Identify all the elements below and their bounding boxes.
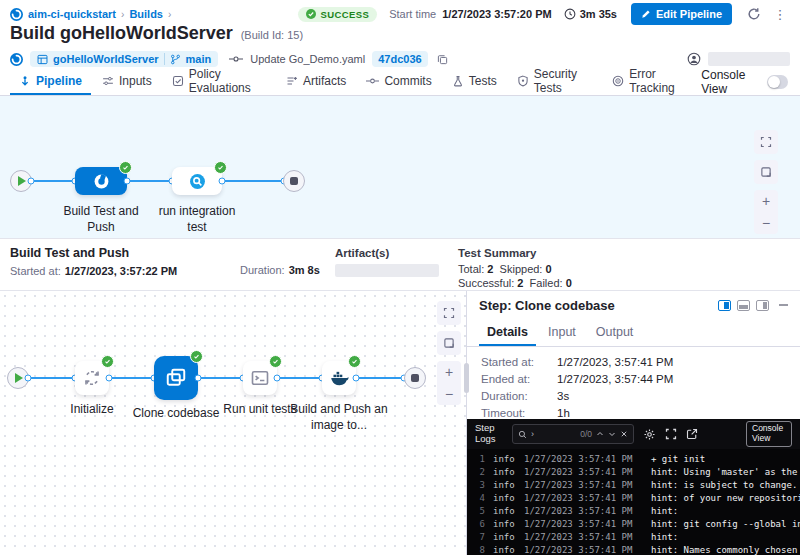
breadcrumb-separator: › [168, 9, 171, 20]
repo-branch-chip[interactable]: goHelloWorldServer main [30, 51, 218, 67]
step-label[interactable]: Initialize [52, 401, 132, 417]
field-value: 1h [543, 407, 570, 419]
panel-resize-handle[interactable] [464, 363, 469, 393]
stage-node-build-test-and-push[interactable] [75, 167, 127, 195]
tab-security-tests[interactable]: Security Tests [508, 69, 601, 95]
step-label[interactable]: Build and Push an image to... [289, 401, 389, 433]
duration-value: 3m 8s [289, 264, 320, 276]
field-value: 3s [543, 390, 569, 402]
log-line: 1info1/27/2023 3:57:41 PM+ git init [473, 453, 800, 466]
search-next-icon[interactable] [608, 430, 616, 438]
repository-icon [37, 54, 48, 65]
fit-to-screen-button[interactable] [754, 160, 778, 184]
stage-label[interactable]: Build Test and Push [56, 203, 146, 235]
artifacts-label: Artifact(s) [335, 247, 458, 259]
console-view-toggle[interactable] [767, 75, 788, 89]
search-clear-icon[interactable] [620, 430, 628, 438]
tab-pipeline[interactable]: Pipeline [10, 69, 91, 95]
log-search-input[interactable] [538, 429, 576, 439]
target-icon [612, 75, 624, 87]
build-tabbar: Pipeline Inputs Policy Evaluations Artif… [0, 69, 800, 96]
console-view-label: Console View [701, 68, 761, 96]
successful-value: 2 [517, 277, 523, 289]
console-view-button[interactable]: Console View [746, 421, 792, 447]
success-check-icon [190, 350, 203, 363]
elapsed-value: 3m 35s [580, 8, 617, 20]
pipeline-end-node [404, 367, 426, 389]
search-icon [518, 430, 527, 439]
zoom-out-button[interactable]: − [754, 212, 778, 234]
fullscreen-button[interactable] [754, 130, 778, 154]
fit-to-screen-button[interactable] [437, 331, 461, 355]
commit-icon [366, 76, 379, 86]
layout-split-right-icon[interactable] [718, 300, 731, 311]
log-line: 8info1/27/2023 3:57:41 PMhint: Names com… [473, 544, 800, 555]
harness-logo-icon [10, 8, 23, 21]
tab-input[interactable]: Input [540, 319, 584, 346]
success-check-icon [269, 355, 282, 368]
tab-artifacts[interactable]: Artifacts [277, 69, 355, 95]
docker-icon [328, 367, 350, 389]
repo-name: goHelloWorldServer [53, 53, 159, 65]
log-search-box[interactable]: › 0/0 [512, 424, 634, 444]
page: aim-ci-quickstart › Builds › SUCCESS Sta… [0, 0, 800, 555]
tab-commits[interactable]: Commits [357, 69, 440, 95]
clone-codebase-icon [164, 366, 188, 390]
field-label: Timeout: [481, 407, 543, 419]
stage-label[interactable]: run integration test [152, 203, 242, 235]
breadcrumb-builds[interactable]: Builds [129, 8, 163, 20]
tab-error-tracking[interactable]: Error Tracking [603, 69, 697, 95]
branch-name: main [186, 53, 212, 65]
start-time-value: 1/27/2023 3:57:20 PM [442, 8, 551, 20]
stop-icon [290, 177, 298, 185]
step-node-run-unit-tests[interactable] [243, 361, 277, 395]
stage-node-run-integration-test[interactable] [172, 167, 222, 195]
tab-output[interactable]: Output [588, 319, 642, 346]
commit-sha[interactable]: 47dc036 [372, 51, 427, 67]
refresh-button[interactable] [744, 4, 764, 24]
zoom-in-button[interactable]: + [754, 190, 778, 212]
harness-logo-icon [10, 53, 23, 66]
tab-label: Commits [384, 74, 431, 88]
step-detail-panel: Step: Clone codebase Details Input Outpu… [466, 291, 800, 555]
breadcrumb-project[interactable]: aim-ci-quickstart [28, 8, 116, 20]
minimize-panel-icon[interactable] [779, 304, 788, 306]
step-panel-title: Step: Clone codebase [479, 298, 712, 313]
tab-policy-evaluations[interactable]: Policy Evaluations [163, 69, 275, 95]
log-settings-gear-icon[interactable] [643, 428, 656, 441]
test-stage-icon [189, 173, 206, 190]
layout-right-icon[interactable] [756, 300, 769, 311]
duration-label: Duration: [240, 264, 285, 276]
ci-stage-icon [93, 173, 110, 190]
step-node-build-and-push[interactable] [322, 361, 356, 395]
tab-label: Artifacts [303, 74, 346, 88]
commit-icon [229, 54, 243, 64]
search-prev-icon[interactable] [596, 430, 604, 438]
zoom-in-button[interactable]: + [437, 361, 461, 383]
log-fullscreen-icon[interactable] [665, 428, 677, 440]
play-icon [18, 176, 26, 186]
layout-bottom-icon[interactable] [737, 300, 750, 311]
stage-graph-canvas[interactable]: Build Test and Push run integration test… [0, 96, 800, 238]
tab-tests[interactable]: Tests [443, 69, 506, 95]
step-node-initialize[interactable] [75, 361, 109, 395]
started-at-value: 1/27/2023, 3:57:22 PM [65, 265, 178, 277]
zoom-out-button[interactable]: − [437, 383, 461, 405]
open-external-icon[interactable] [686, 428, 698, 440]
tab-details[interactable]: Details [479, 319, 536, 346]
log-line: 3info1/27/2023 3:57:41 PMhint: is subjec… [473, 479, 800, 492]
log-line: 4info1/27/2023 3:57:41 PMhint: of your n… [473, 492, 800, 505]
step-graph-canvas[interactable]: Initialize Clone codebase Run unit tests… [0, 291, 466, 555]
more-options-button[interactable]: ⋮ [770, 4, 790, 24]
list-plus-icon [286, 75, 298, 87]
fullscreen-button[interactable] [437, 301, 461, 325]
check-circle-icon [306, 9, 316, 19]
tab-inputs[interactable]: Inputs [93, 69, 161, 95]
tab-label: Error Tracking [629, 67, 688, 95]
breadcrumb: aim-ci-quickstart › Builds › [10, 8, 171, 21]
copy-sha-button[interactable] [435, 51, 451, 67]
tab-label: Security Tests [534, 67, 592, 95]
edit-pipeline-button[interactable]: Edit Pipeline [631, 3, 732, 25]
tab-label: Pipeline [36, 74, 82, 88]
step-node-clone-codebase[interactable] [154, 356, 198, 400]
